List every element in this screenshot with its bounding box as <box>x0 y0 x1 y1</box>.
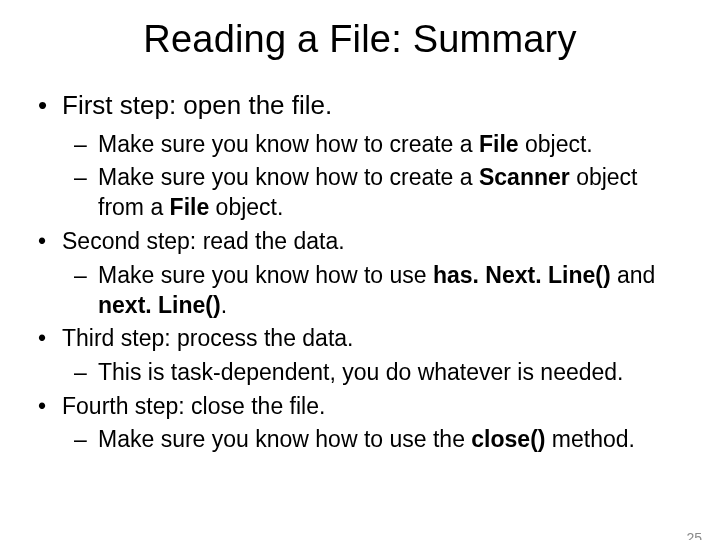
bold-file: File <box>170 194 210 220</box>
text: Make sure you know how to use the <box>98 426 471 452</box>
text: . <box>221 292 227 318</box>
bullet-step-3-sub-1: This is task-dependent, you do whatever … <box>34 358 686 388</box>
bullet-step-4-sub-1: Make sure you know how to use the close(… <box>34 425 686 455</box>
bullet-step-3: Third step: process the data. <box>34 324 686 353</box>
bullet-step-2-sub-1: Make sure you know how to use has. Next.… <box>34 261 686 321</box>
slide-title: Reading a File: Summary <box>0 18 720 61</box>
bold-hasnextline: has. Next. Line() <box>433 262 611 288</box>
text: Make sure you know how to use <box>98 262 433 288</box>
text: method. <box>545 426 635 452</box>
text: and <box>611 262 656 288</box>
bold-scanner: Scanner <box>479 164 570 190</box>
text: Make sure you know how to create a <box>98 131 479 157</box>
page-number: 25 <box>686 530 702 540</box>
bold-nextline: next. Line() <box>98 292 221 318</box>
slide: Reading a File: Summary First step: open… <box>0 18 720 540</box>
bullet-step-2: Second step: read the data. <box>34 227 686 256</box>
bullet-step-1-sub-1: Make sure you know how to create a File … <box>34 130 686 160</box>
bullet-step-1-sub-2: Make sure you know how to create a Scann… <box>34 163 686 223</box>
bullet-step-4: Fourth step: close the file. <box>34 392 686 421</box>
text: object. <box>519 131 593 157</box>
bullet-step-1: First step: open the file. <box>34 89 686 122</box>
bold-file: File <box>479 131 519 157</box>
text: object. <box>209 194 283 220</box>
text: Make sure you know how to create a <box>98 164 479 190</box>
bold-close: close() <box>471 426 545 452</box>
slide-body: First step: open the file. Make sure you… <box>0 89 720 455</box>
